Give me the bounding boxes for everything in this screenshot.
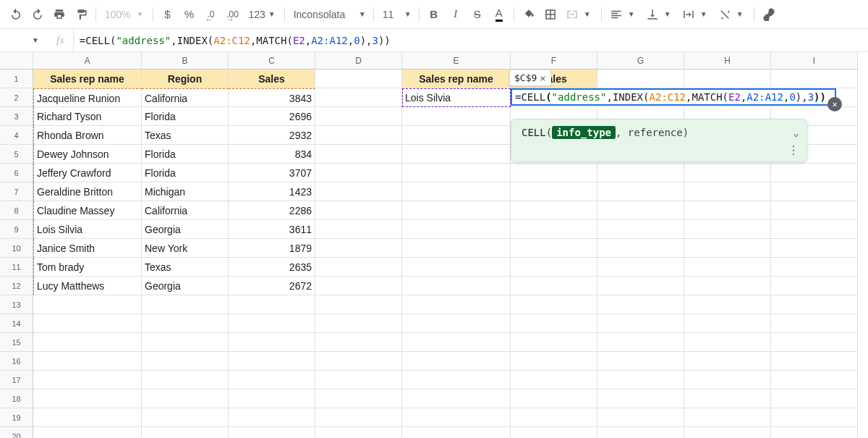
cell-I12[interactable] [771,277,858,295]
wrap-arrow[interactable]: ▼ [700,10,713,18]
cell-D18[interactable] [315,389,402,408]
cell-I13[interactable] [771,295,858,314]
cell-E14[interactable] [402,314,511,333]
font-dropdown-arrow[interactable]: ▼ [356,10,369,18]
cell-D9[interactable] [315,220,402,239]
cell-F17[interactable] [511,371,597,389]
borders-button[interactable] [540,4,561,25]
cell-E12[interactable] [402,277,511,295]
cell-C17[interactable] [229,371,315,389]
cell-F8[interactable] [511,201,597,220]
v-align-button[interactable] [642,4,663,25]
cell-E17[interactable] [402,371,511,389]
rotate-arrow[interactable]: ▼ [736,10,749,18]
cell-E9[interactable] [402,220,511,239]
cell-E16[interactable] [402,352,511,371]
cell-D2[interactable] [315,88,402,107]
cell-E2[interactable]: Lois Silvia [402,88,511,107]
cell-G15[interactable] [597,333,684,352]
cell-A19[interactable] [33,408,142,427]
cell-F6[interactable] [511,164,597,182]
cell-E19[interactable] [402,408,511,427]
cell-A11[interactable]: Tom brady [33,258,142,277]
row-header-15[interactable]: 15 [0,333,33,352]
cell-C12[interactable]: 2672 [229,277,315,295]
row-header-5[interactable]: 5 [0,145,33,164]
cell-A13[interactable] [33,295,142,314]
currency-button[interactable]: $ [158,4,178,25]
cell-A3[interactable]: Richard Tyson [33,107,142,126]
cell-A14[interactable] [33,314,142,333]
cell-E10[interactable] [402,239,511,258]
cell-D1[interactable] [315,70,402,88]
cell-A12[interactable]: Lucy Matthews [33,277,142,295]
cell-H13[interactable] [684,295,771,314]
name-box[interactable]: ▼ [0,36,43,44]
cell-E4[interactable] [402,126,511,145]
cell-H16[interactable] [684,352,771,371]
cell-G6[interactable] [597,164,684,182]
row-header-16[interactable]: 16 [0,352,33,371]
more-options-icon[interactable]: ⋮ [788,143,799,157]
cell-C5[interactable]: 834 [229,145,315,164]
cell-D15[interactable] [315,333,402,352]
cell-C14[interactable] [229,314,315,333]
row-header-3[interactable]: 3 [0,107,33,126]
cell-F16[interactable] [511,352,597,371]
cell-G14[interactable] [597,314,684,333]
cell-H20[interactable] [684,427,771,438]
cell-B13[interactable] [142,295,229,314]
cell-I1[interactable] [771,70,858,88]
column-header-G[interactable]: G [597,52,684,70]
row-header-20[interactable]: 20 [0,427,33,438]
cell-H12[interactable] [684,277,771,295]
cell-A5[interactable]: Dewey Johnson [33,145,142,164]
cell-B5[interactable]: Florida [142,145,229,164]
cell-I6[interactable] [771,164,858,182]
cell-H7[interactable] [684,182,771,201]
row-header-14[interactable]: 14 [0,314,33,333]
cell-edit-overlay[interactable]: =CELL("address",INDEX(A2:C12,MATCH(E2,A2… [511,88,836,106]
cell-E15[interactable] [402,333,511,352]
cell-E8[interactable] [402,201,511,220]
cell-D4[interactable] [315,126,402,145]
cell-E11[interactable] [402,258,511,277]
cell-G7[interactable] [597,182,684,201]
row-header-6[interactable]: 6 [0,164,33,182]
row-header-9[interactable]: 9 [0,220,33,239]
cell-C6[interactable]: 3707 [229,164,315,182]
cell-F7[interactable] [511,182,597,201]
cell-D13[interactable] [315,295,402,314]
cell-F9[interactable] [511,220,597,239]
cell-C11[interactable]: 2635 [229,258,315,277]
cell-D19[interactable] [315,408,402,427]
italic-button[interactable]: I [446,4,466,25]
cell-H15[interactable] [684,333,771,352]
cell-C10[interactable]: 1879 [229,239,315,258]
cell-B11[interactable]: Texas [142,258,229,277]
cell-B18[interactable] [142,389,229,408]
cell-F18[interactable] [511,389,597,408]
cell-A2[interactable]: Jacqueline Runion [33,88,142,107]
chevron-down-icon[interactable]: ⌄ [793,127,799,138]
column-header-I[interactable]: I [771,52,858,70]
cell-B15[interactable] [142,333,229,352]
formula-input[interactable]: =CELL("address",INDEX(A2:C12,MATCH(E2,A2… [74,35,391,46]
v-align-arrow[interactable]: ▼ [664,10,677,18]
cell-C8[interactable]: 2286 [229,201,315,220]
cell-D8[interactable] [315,201,402,220]
cell-B17[interactable] [142,371,229,389]
column-header-B[interactable]: B [142,52,229,70]
cell-C20[interactable] [229,427,315,438]
cell-H19[interactable] [684,408,771,427]
cell-A1[interactable]: Sales rep name [33,70,142,88]
cell-G16[interactable] [597,352,684,371]
cell-F15[interactable] [511,333,597,352]
cell-I19[interactable] [771,408,858,427]
cell-F13[interactable] [511,295,597,314]
cell-I11[interactable] [771,258,858,277]
cell-H11[interactable] [684,258,771,277]
cell-H8[interactable] [684,201,771,220]
cell-B20[interactable] [142,427,229,438]
cell-H6[interactable] [684,164,771,182]
